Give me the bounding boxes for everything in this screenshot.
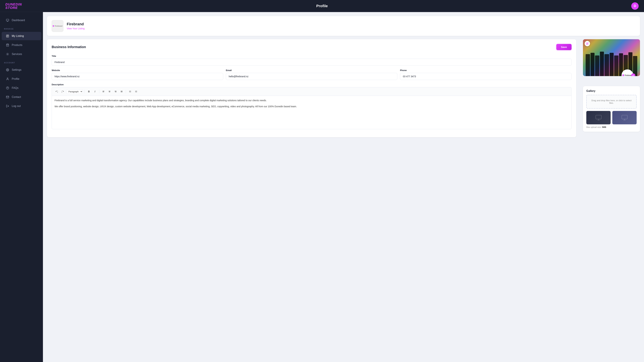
email-input[interactable]	[226, 73, 398, 80]
website-label: Website	[52, 69, 223, 71]
sidebar-item-products-label: Products	[12, 43, 22, 46]
description-field-group: Description Paragraph	[52, 83, 572, 129]
toolbar-divider-2	[99, 90, 99, 93]
sidebar-item-profile[interactable]: Profile	[2, 75, 41, 83]
gallery-card: Gallery Drag and drop files here, or cli…	[583, 86, 640, 132]
save-button[interactable]: Save	[556, 44, 572, 50]
page-title: Profile	[316, 4, 328, 8]
gallery-images	[586, 111, 636, 124]
logo-dot	[53, 25, 54, 27]
toolbar-divider-3	[126, 90, 126, 93]
gallery-title: Gallery	[586, 89, 636, 92]
gallery-image-2[interactable]	[612, 111, 636, 124]
description-editor[interactable]: Firebrand is a full service marketing an…	[52, 96, 572, 129]
undo-button[interactable]	[54, 89, 59, 94]
logo-line2: STORE	[5, 6, 22, 9]
monitor-icon	[6, 18, 10, 22]
gallery-dropzone[interactable]: Drag and drop files here, or click to se…	[586, 95, 636, 109]
sidebar-item-faqs-label: FAQs	[12, 86, 18, 89]
sidebar-item-logout[interactable]: Log out	[2, 102, 41, 110]
align-right-button[interactable]	[113, 89, 118, 94]
listing-icon	[6, 34, 10, 38]
phone-input[interactable]	[400, 73, 572, 80]
svg-point-8	[7, 54, 8, 55]
toolbar-divider-1	[84, 90, 85, 93]
italic-button[interactable]: I	[92, 89, 98, 94]
sidebar-item-products[interactable]: Products	[2, 41, 41, 49]
sidebar-item-logout-label: Log out	[12, 105, 21, 108]
app-logo[interactable]: DUNEDIN STORE	[5, 3, 22, 9]
listing-logo-inner: Firebrand	[53, 25, 62, 27]
phone-label: Phone	[400, 69, 572, 71]
indent-button[interactable]	[128, 89, 133, 94]
title-field-group: Title	[52, 55, 572, 66]
align-center-button[interactable]	[107, 89, 112, 94]
sidebar-item-profile-label: Profile	[12, 77, 19, 80]
svg-rect-37	[622, 115, 627, 119]
gallery-dropzone-text: Drag and drop files here, or click to se…	[591, 99, 632, 104]
listing-header-card: Firebrand Firebrand View Your Listing	[47, 16, 640, 36]
svg-point-9	[7, 69, 8, 70]
title-input[interactable]	[52, 59, 572, 66]
align-justify-button[interactable]	[119, 89, 124, 94]
cover-image-container: Firebrand	[583, 39, 640, 76]
website-input[interactable]	[52, 73, 223, 80]
edit-cover-button[interactable]	[585, 41, 590, 46]
listing-logo: Firebrand	[52, 20, 64, 32]
sidebar-item-services-label: Services	[12, 53, 22, 56]
main-content: Firebrand Firebrand View Your Listing Bu…	[43, 12, 644, 362]
business-info-card: Business Information Save Title Website	[47, 39, 576, 137]
content-grid: Business Information Save Title Website	[47, 39, 640, 137]
svg-rect-36	[596, 115, 601, 119]
sidebar-item-dashboard[interactable]: Dashboard	[2, 16, 41, 24]
view-listing-link[interactable]: View Your Listing	[67, 27, 84, 30]
account-section-label: ACCOUNT	[0, 59, 43, 65]
outdent-button[interactable]	[134, 89, 139, 94]
right-panel: Firebrand Gallery Drag and drop files he…	[580, 39, 640, 132]
business-info-section: Business Information Save Title Website	[47, 39, 576, 137]
gear-icon	[6, 68, 10, 72]
services-icon	[6, 52, 10, 56]
paragraph-select[interactable]: Paragraph	[66, 89, 83, 94]
main-layout: Dashboard MANAGE My Listing Products	[0, 12, 644, 362]
email-field-group: Email	[226, 69, 398, 80]
sidebar: Dashboard MANAGE My Listing Products	[0, 12, 43, 362]
gallery-image-1[interactable]	[586, 111, 611, 124]
editor-toolbar: Paragraph B I	[52, 87, 572, 96]
align-left-button[interactable]	[101, 89, 106, 94]
person-icon	[6, 77, 10, 81]
manage-section-label: MANAGE	[0, 25, 43, 31]
business-name: Firebrand	[67, 22, 84, 26]
mail-icon	[6, 95, 10, 99]
sidebar-item-dashboard-label: Dashboard	[12, 19, 25, 22]
svg-rect-0	[6, 19, 9, 21]
svg-point-10	[7, 78, 8, 79]
sidebar-item-contact-label: Contact	[12, 95, 21, 98]
user-avatar[interactable]: D	[631, 2, 639, 10]
profile-logo-inner: Firebrand	[622, 74, 632, 76]
bold-button[interactable]: B	[86, 89, 92, 94]
sidebar-item-settings[interactable]: Settings	[2, 66, 41, 74]
max-upload-size: 5MB	[602, 126, 606, 128]
title-label: Title	[52, 55, 572, 57]
redo-button[interactable]	[60, 89, 65, 94]
sidebar-item-my-listing-label: My Listing	[12, 34, 24, 37]
avatar-letter: D	[634, 4, 636, 8]
phone-field-group: Phone	[400, 69, 572, 80]
listing-logo-text: Firebrand	[55, 25, 62, 27]
question-icon	[6, 86, 10, 90]
sidebar-item-contact[interactable]: Contact	[2, 93, 41, 101]
cover-image	[583, 39, 640, 76]
sidebar-item-services[interactable]: Services	[2, 50, 41, 58]
basket-icon	[6, 43, 10, 47]
logout-icon	[6, 104, 10, 108]
section-title: Business Information	[52, 45, 86, 49]
logo-line1: DUNEDIN	[5, 3, 22, 6]
email-label: Email	[226, 69, 398, 71]
gallery-meta: Max upload size: 5MB	[586, 126, 636, 128]
max-upload-label: Max upload size:	[586, 126, 602, 128]
top-header: DUNEDIN STORE Profile D	[0, 0, 644, 12]
description-label: Description	[52, 83, 572, 86]
sidebar-item-faqs[interactable]: FAQs	[2, 84, 41, 92]
sidebar-item-my-listing[interactable]: My Listing	[2, 32, 41, 40]
